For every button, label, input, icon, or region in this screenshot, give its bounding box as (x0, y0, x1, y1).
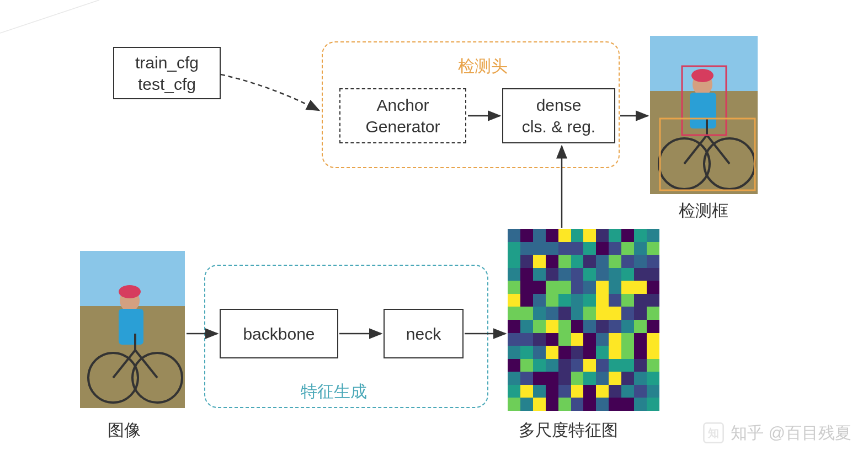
svg-rect-18 (690, 93, 716, 128)
anchor-generator-box: Anchor Generator (339, 88, 466, 143)
anchor-line1: Anchor (365, 94, 440, 116)
cfg-line1: train_cfg (135, 52, 199, 73)
dense-line1: dense (522, 94, 595, 116)
watermark: 知 知乎 @百目残夏 (702, 421, 851, 444)
neck-box: neck (384, 309, 464, 358)
cfg-line2: test_cfg (135, 73, 199, 95)
feature-map (508, 229, 659, 411)
zhihu-icon: 知 (702, 421, 725, 444)
input-image-caption: 图像 (108, 419, 141, 442)
output-caption: 检测框 (679, 200, 728, 222)
svg-rect-8 (119, 309, 143, 345)
anchor-line2: Generator (365, 116, 440, 137)
detection-head-label: 检测头 (458, 55, 508, 78)
neck-label: neck (406, 323, 441, 345)
output-image (650, 36, 758, 194)
svg-text:知: 知 (707, 427, 719, 439)
svg-point-14 (119, 285, 141, 298)
svg-line-0 (0, 0, 99, 33)
watermark-text: 知乎 @百目残夏 (731, 422, 851, 444)
dense-head-box: dense cls. & reg. (502, 88, 615, 143)
backbone-label: backbone (243, 323, 315, 345)
feature-map-caption: 多尺度特征图 (519, 419, 618, 442)
cfg-box: train_cfg test_cfg (113, 47, 221, 99)
backbone-box: backbone (220, 309, 338, 358)
input-image (80, 251, 185, 408)
arrow-cfg-to-head (221, 74, 319, 110)
svg-point-24 (691, 69, 713, 82)
feature-generation-label: 特征生成 (301, 380, 367, 403)
dense-line2: cls. & reg. (522, 116, 595, 137)
